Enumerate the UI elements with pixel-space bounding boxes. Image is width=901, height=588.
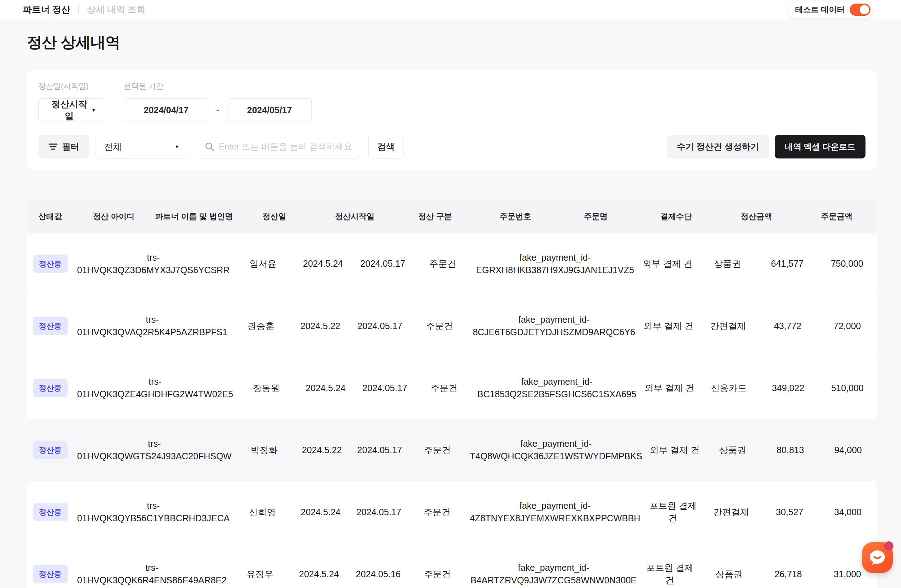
status-cell: 정산중 [27, 379, 73, 397]
date-from-input[interactable]: 2024/04/17 [124, 98, 208, 122]
search-input[interactable] [219, 142, 352, 152]
order-amount-cell: 750,000 [817, 257, 877, 270]
notification-dot [884, 541, 893, 551]
column-header: 주문번호 [475, 211, 556, 222]
date-type-value: 정산시작일 [47, 98, 91, 122]
table-row[interactable]: 정산중 trs-01HVQK3QZE4GHDHFG2W4TW02E5 장동원 2… [27, 357, 877, 419]
settlement-start-date-cell: 2024.05.17 [351, 444, 408, 456]
status-badge: 정산중 [33, 565, 68, 583]
filter-button-label: 필터 [62, 141, 79, 152]
status-badge: 정산중 [33, 255, 68, 273]
order-number-cell: fake_payment_id-4Z8TNYEX8JYEMXWREXKBXPPC… [466, 499, 644, 524]
order-name-cell: 포트원 결제 건 [644, 499, 702, 524]
settlement-start-date-cell: 2024.05.17 [350, 506, 408, 518]
settlement-date-cell: 2024.5.24 [296, 382, 355, 394]
settlement-id-cell: trs-01HVQK3QVAQ2R5K4P5AZRBPFS1 [73, 313, 231, 338]
settlement-type-cell: 주문건 [413, 257, 473, 270]
column-header: 정산 아이디 [73, 211, 154, 222]
filter-row-dates: 정산일(시작일) 정산시작일 ▼ 선택된 기간 2024/04/17 - 202… [38, 81, 865, 122]
date-type-select[interactable]: 정산시작일 ▼ [38, 98, 105, 122]
table-body: 정산중 trs-01HVQK3QZ3D6MYX3J7QS6YCSRR 임서윤 2… [27, 233, 877, 588]
settlement-type-cell: 주문건 [408, 568, 467, 580]
table-row[interactable]: 정산중 trs-01HVQK3QZ3D6MYX3J7QS6YCSRR 임서윤 2… [27, 233, 877, 295]
category-value: 전체 [104, 141, 122, 153]
partner-name-cell: 신희영 [233, 506, 291, 518]
excel-download-button[interactable]: 내역 엑셀 다운로드 [775, 135, 865, 159]
settlement-id-cell: trs-01HVQK3QZ3D6MYX3J7QS6YCSRR [73, 251, 233, 277]
settlement-id-cell: trs-01HVQK3QWGTS24J93AC20FHSQW [73, 437, 235, 462]
chevron-down-icon: ▼ [174, 144, 179, 149]
toggle-knob [860, 5, 869, 14]
topbar: 파트너 정산 상세 내역 조회 테스트 데이터 [0, 0, 901, 19]
settlement-amount-cell: 43,772 [758, 320, 817, 332]
status-badge: 정산중 [33, 441, 68, 459]
settlement-amount-cell: 80,813 [761, 444, 819, 456]
payment-method-cell: 상품권 [698, 257, 758, 270]
table-row[interactable]: 정산중 trs-01HVQK3QQK6R4ENS86E49AR8E2 유정우 2… [27, 543, 877, 588]
test-data-toggle[interactable] [850, 3, 870, 16]
filter-button[interactable]: 필터 [38, 135, 89, 159]
nav-detail-inquiry[interactable]: 상세 내역 조회 [87, 3, 146, 16]
table-row[interactable]: 정산중 trs-01HVQK3QVAQ2R5K4P5AZRBPFS1 권승훈 2… [27, 295, 877, 357]
column-header: 파트너 이름 및 법인명 [154, 211, 234, 222]
table-row[interactable]: 정산중 trs-01HVQK3QWGTS24J93AC20FHSQW 박정화 2… [27, 419, 877, 481]
order-number-cell: fake_payment_id-T4Q8WQHCQK36JZE1WSTWYDFM… [466, 437, 646, 462]
order-amount-cell: 510,000 [818, 382, 877, 394]
status-badge: 정산중 [33, 379, 68, 397]
main-content: 정산 상세내역 정산일(시작일) 정산시작일 ▼ 선택된 기간 2024/04/… [0, 32, 901, 588]
payment-method-cell: 간편결제 [702, 506, 761, 518]
search-icon [204, 142, 215, 152]
order-number-cell: fake_payment_id-8CJE6T6GDJETYDJHSZMD9ARQ… [469, 313, 639, 338]
category-select[interactable]: 전체 ▼ [95, 135, 188, 159]
settlement-id-cell: trs-01HVQK3QZE4GHDHFG2W4TW02E5 [73, 375, 237, 400]
payment-method-cell: 상품권 [700, 568, 759, 580]
status-cell: 정산중 [27, 441, 73, 459]
column-header: 주문명 [556, 211, 636, 222]
payment-method-cell: 상품권 [704, 444, 761, 456]
settlement-amount-cell: 349,022 [759, 382, 818, 394]
column-header: 결제수단 [636, 211, 716, 222]
order-number-cell: fake_payment_id-B4ARTZRVQ9J3W7ZCG58WNW0N… [467, 562, 640, 586]
settlement-amount-cell: 26,718 [759, 568, 818, 580]
settlement-type-cell: 주문건 [408, 506, 466, 518]
status-cell: 정산중 [27, 565, 73, 583]
order-number-cell: fake_payment_id-EGRXH8HKB387H9XJ9GJAN1EJ… [472, 251, 638, 277]
settlement-amount-cell: 30,527 [761, 506, 818, 518]
settlement-start-date-cell: 2024.05.17 [355, 382, 414, 394]
manual-settlement-create-button[interactable]: 수기 정산건 생성하기 [667, 135, 769, 159]
column-header: 상태값 [27, 211, 73, 222]
breadcrumb: 파트너 정산 상세 내역 조회 [23, 3, 146, 16]
order-name-cell: 외부 결제 건 [646, 444, 704, 456]
nav-partner-settlement[interactable]: 파트너 정산 [23, 3, 70, 16]
settlement-id-cell: trs-01HVQK3QQK6R4ENS86E49AR8E2 [73, 562, 230, 586]
order-amount-cell: 94,000 [819, 444, 877, 456]
status-cell: 정산중 [27, 317, 73, 335]
column-header: 정산시작일 [315, 211, 395, 222]
date-range-separator: - [216, 105, 219, 115]
settlement-start-date-cell: 2024.05.16 [349, 568, 408, 580]
search-button[interactable]: 검색 [368, 135, 404, 159]
breadcrumb-divider [78, 5, 79, 14]
table-row[interactable]: 정산중 trs-01HVQK3QYB56C1YBBCRHD3JECA 신희영 2… [27, 481, 877, 543]
order-name-cell: 외부 결제 건 [639, 320, 698, 332]
settlement-date-cell: 2024.5.22 [293, 444, 351, 456]
chevron-down-icon: ▼ [91, 107, 96, 113]
order-number-cell: fake_payment_id-BC1853Q2SE2B5FSGHCS6C1SX… [474, 375, 640, 400]
settlement-start-date-cell: 2024.05.17 [350, 320, 410, 332]
chat-launcher-button[interactable] [862, 542, 893, 573]
chat-bubble-icon [868, 548, 887, 567]
partner-name-cell: 임서윤 [233, 257, 293, 270]
partner-name-cell: 장동원 [237, 382, 296, 394]
column-header: 주문금액 [797, 211, 877, 222]
date-to-input[interactable]: 2024/05/17 [227, 98, 312, 122]
order-name-cell: 포트원 결제 건 [640, 562, 700, 586]
settlement-date-cell: 2024.5.24 [290, 568, 349, 580]
settlement-amount-cell: 641,577 [757, 257, 817, 270]
page-title: 정산 상세내역 [27, 32, 874, 52]
settlement-table: 상태값정산 아이디파트너 이름 및 법인명정산일정산시작일정산 구분주문번호주문… [27, 201, 877, 588]
settlement-type-cell: 주문건 [410, 320, 469, 332]
filter-card: 정산일(시작일) 정산시작일 ▼ 선택된 기간 2024/04/17 - 202… [27, 70, 877, 170]
order-name-cell: 외부 결제 건 [638, 257, 698, 270]
payment-method-cell: 간편결제 [698, 320, 758, 332]
payment-method-cell: 신용카드 [699, 382, 758, 394]
